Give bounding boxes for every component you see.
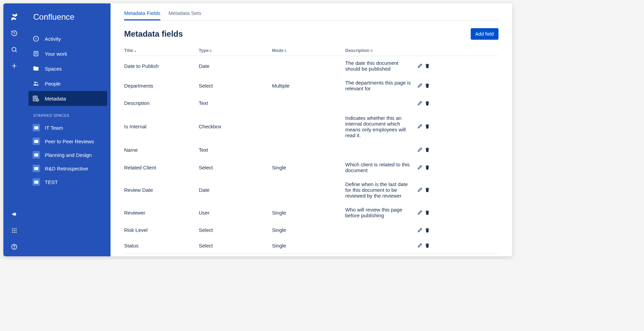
svg-point-20 <box>34 81 36 83</box>
cell-mode: Single <box>272 222 345 238</box>
confluence-logo-icon[interactable] <box>7 10 21 24</box>
delete-icon[interactable] <box>424 100 431 107</box>
megaphone-icon[interactable] <box>7 207 21 221</box>
svg-point-0 <box>12 47 16 51</box>
edit-icon[interactable] <box>416 164 423 170</box>
delete-icon[interactable] <box>424 123 431 130</box>
cell-description: Who will review this page before publish… <box>345 203 416 222</box>
space-icon <box>33 124 40 131</box>
svg-point-11 <box>14 232 15 233</box>
page-title: Metadata fields <box>124 29 183 39</box>
starred-space-planning-and-design[interactable]: Planning and Design <box>25 148 111 162</box>
cell-type: Select <box>199 222 272 238</box>
sidebar-item-label: Activity <box>45 36 61 42</box>
cell-type: Select <box>199 238 272 254</box>
cell-description: Define when is the last date for this do… <box>345 177 416 203</box>
delete-icon[interactable] <box>424 164 431 171</box>
edit-icon[interactable] <box>416 146 423 153</box>
add-field-button[interactable]: Add field <box>471 28 499 40</box>
delete-icon[interactable] <box>424 186 431 193</box>
people-icon <box>32 79 40 88</box>
cell-description <box>345 95 416 111</box>
sort-icon: ⇅ <box>370 49 373 53</box>
sort-icon: ⇅ <box>284 49 287 53</box>
sidebar-item-activity[interactable]: Activity <box>25 31 111 46</box>
cell-type: Select <box>199 158 272 177</box>
space-label: Planning and Design <box>45 152 92 158</box>
cell-description: The date this document should be publish… <box>345 56 416 76</box>
edit-icon[interactable] <box>416 226 423 233</box>
cell-title: Departments <box>124 76 199 95</box>
column-header-type[interactable]: Type⇅ <box>199 45 272 56</box>
space-label: R&D Retrospective <box>45 166 88 171</box>
folder-icon <box>32 65 40 73</box>
cell-mode: Single <box>272 158 345 177</box>
cell-description <box>345 238 416 254</box>
cell-mode: Single <box>272 203 345 222</box>
space-icon <box>33 165 40 172</box>
column-header-actions <box>416 45 499 56</box>
column-header-mode[interactable]: Mode⇅ <box>272 45 345 56</box>
cell-actions <box>416 238 499 254</box>
delete-icon[interactable] <box>424 82 431 89</box>
cell-mode: Single <box>272 238 345 254</box>
tab-metadata-fields[interactable]: Metadata Fields <box>124 10 160 20</box>
svg-point-9 <box>16 230 17 231</box>
starred-space-peer-to-peer-reviews[interactable]: Peer to Peer Reviews <box>25 134 111 148</box>
delete-icon[interactable] <box>424 227 431 234</box>
cell-title: Is Internal <box>124 111 199 142</box>
help-icon[interactable] <box>7 240 21 254</box>
table-row: NameText <box>124 142 499 158</box>
sidebar-item-people[interactable]: People <box>25 76 111 91</box>
table-row: Review DateDateDefine when is the last d… <box>124 177 499 203</box>
document-icon <box>32 50 40 58</box>
delete-icon[interactable] <box>424 242 431 249</box>
svg-line-1 <box>16 51 17 52</box>
starred-space-it-team[interactable]: IT Team <box>25 121 111 134</box>
history-icon[interactable] <box>7 26 21 40</box>
space-icon <box>33 151 40 159</box>
edit-icon[interactable] <box>416 99 423 106</box>
tab-metadata-sets[interactable]: Metadata Sets <box>169 10 201 20</box>
cell-title: Name <box>124 142 199 158</box>
svg-point-10 <box>12 232 13 233</box>
edit-icon[interactable] <box>416 186 423 193</box>
sidebar-item-metadata[interactable]: Metadata <box>28 91 107 106</box>
sidebar-item-spaces[interactable]: Spaces <box>25 61 111 76</box>
column-header-title[interactable]: Title▲ <box>124 45 199 56</box>
cell-title: Description <box>124 95 199 111</box>
table-row: StatusSelectSingle <box>124 238 499 254</box>
starred-space-test[interactable]: TEST <box>25 175 111 189</box>
edit-icon[interactable] <box>416 62 423 69</box>
compass-icon <box>32 35 40 43</box>
apps-icon[interactable] <box>7 224 21 237</box>
cell-mode <box>272 95 345 111</box>
svg-point-14 <box>14 248 15 249</box>
space-label: IT Team <box>45 125 63 131</box>
starred-space-r-d-retrospective[interactable]: R&D Retrospective <box>25 162 111 175</box>
sidebar-item-label: Metadata <box>45 96 66 102</box>
delete-icon[interactable] <box>424 209 431 216</box>
starred-spaces-label: Starred Spaces <box>25 106 111 121</box>
cell-type: Text <box>199 95 272 111</box>
edit-icon[interactable] <box>416 82 423 89</box>
tabs: Metadata FieldsMetadata Sets <box>124 10 499 21</box>
space-label: Peer to Peer Reviews <box>45 139 94 144</box>
column-header-description[interactable]: Description⇅ <box>345 45 416 56</box>
edit-icon[interactable] <box>416 209 423 216</box>
delete-icon[interactable] <box>424 146 431 153</box>
sidebar-item-your-work[interactable]: Your work <box>25 46 111 61</box>
edit-icon[interactable] <box>416 123 423 130</box>
edit-icon[interactable] <box>416 242 423 249</box>
delete-icon[interactable] <box>424 62 431 69</box>
svg-point-7 <box>12 230 13 231</box>
plus-icon[interactable] <box>7 59 21 73</box>
cell-actions <box>416 142 499 158</box>
cell-type: Checkbox <box>199 111 272 142</box>
sort-asc-icon: ▲ <box>134 49 137 53</box>
table-row: Date to PublishDateThe date this documen… <box>124 56 499 76</box>
space-label: TEST <box>45 179 58 185</box>
cell-actions <box>416 76 499 95</box>
search-icon[interactable] <box>7 43 21 56</box>
table-row: Risk LevelSelectSingle <box>124 222 499 238</box>
